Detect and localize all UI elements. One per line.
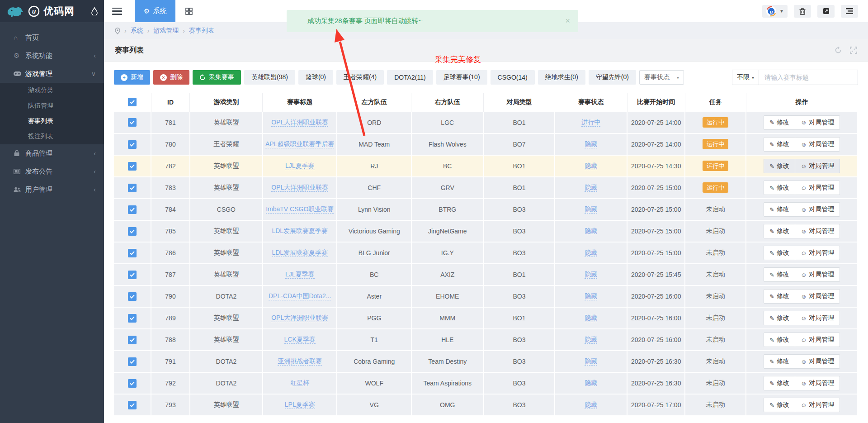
event-status-link[interactable]: 隐藏 — [585, 401, 597, 409]
select-all-checkbox[interactable] — [128, 98, 137, 106]
event-title-link[interactable]: LDL发展联赛夏季赛 — [272, 249, 328, 257]
game-filter-chip[interactable]: 守望先锋(0) — [589, 70, 636, 85]
event-status-link[interactable]: 隐藏 — [585, 184, 597, 192]
row-checkbox[interactable] — [128, 162, 137, 171]
row-checkbox[interactable] — [128, 336, 137, 344]
search-scope-select[interactable]: 不限 ▾ — [732, 70, 759, 85]
event-status-link[interactable]: 隐藏 — [585, 140, 597, 148]
edit-button[interactable]: ✎修改 — [764, 311, 795, 325]
event-status-select[interactable]: 赛事状态 ▾ — [639, 70, 684, 85]
match-manage-button[interactable]: ☺对局管理 — [795, 224, 840, 238]
sidebar-item-system-functions[interactable]: ⚙ 系统功能 ‹ — [0, 47, 104, 65]
event-title-link[interactable]: ImbaTV CSGO职业联赛 — [266, 205, 334, 214]
event-title-link[interactable]: LJL夏季赛 — [285, 162, 315, 170]
row-checkbox[interactable] — [128, 379, 137, 388]
hamburger-menu-icon[interactable] — [112, 8, 122, 15]
match-manage-button[interactable]: ☺对局管理 — [795, 246, 840, 260]
breadcrumb-event-list[interactable]: 赛事列表 — [189, 27, 214, 35]
event-title-link[interactable]: LPL夏季赛 — [285, 401, 315, 409]
event-status-link[interactable]: 隐藏 — [585, 162, 597, 170]
match-manage-button[interactable]: ☺对局管理 — [795, 376, 840, 390]
game-filter-chip[interactable]: DOTA2(11) — [387, 70, 433, 85]
breadcrumb-game-management[interactable]: 游戏管理 — [153, 27, 179, 35]
sidebar-item-announcements[interactable]: 发布公告 ‹ — [0, 162, 104, 181]
game-filter-chip[interactable]: 足球赛事(10) — [436, 70, 487, 85]
sidebar-item-event-list[interactable]: 赛事列表 — [0, 114, 104, 129]
match-manage-button[interactable]: ☺对局管理 — [795, 311, 840, 325]
event-status-link[interactable]: 隐藏 — [585, 314, 597, 322]
event-status-link[interactable]: 隐藏 — [585, 271, 597, 279]
row-checkbox[interactable] — [128, 401, 137, 409]
edit-button[interactable]: ✎修改 — [764, 268, 795, 281]
match-manage-button[interactable]: ☺对局管理 — [795, 268, 840, 281]
event-title-link[interactable]: APL超级职业联赛季后赛 — [265, 140, 334, 148]
match-manage-button[interactable]: ☺对局管理 — [795, 116, 840, 129]
sidebar-item-user-management[interactable]: 用户管理 ‹ — [0, 181, 104, 199]
edit-button[interactable]: ✎修改 — [764, 398, 795, 412]
edit-button[interactable]: ✎修改 — [764, 181, 795, 195]
match-manage-button[interactable]: ☺对局管理 — [795, 159, 840, 173]
row-checkbox[interactable] — [128, 140, 137, 149]
row-checkbox[interactable] — [128, 249, 137, 257]
match-manage-button[interactable]: ☺对局管理 — [795, 203, 840, 216]
open-external-button[interactable] — [817, 5, 835, 18]
event-title-link[interactable]: OPL大洋洲职业联赛 — [271, 184, 328, 192]
sidebar-item-game-categories[interactable]: 游戏分类 — [0, 83, 104, 98]
fullscreen-icon[interactable] — [850, 47, 857, 54]
event-status-link[interactable]: 隐藏 — [585, 357, 597, 366]
sidebar-item-goods-management[interactable]: 商品管理 ‹ — [0, 144, 104, 162]
sidebar-item-bet-list[interactable]: 投注列表 — [0, 129, 104, 144]
event-title-link[interactable]: 亚洲挑战者联赛 — [278, 357, 322, 366]
edit-button[interactable]: ✎修改 — [764, 159, 795, 173]
event-status-link[interactable]: 进行中 — [581, 119, 600, 127]
refresh-icon[interactable] — [835, 47, 842, 54]
event-title-link[interactable]: LJL夏季赛 — [285, 271, 315, 279]
search-input[interactable] — [759, 70, 858, 85]
match-manage-button[interactable]: ☺对局管理 — [795, 355, 840, 368]
layout-list-button[interactable] — [841, 5, 858, 18]
event-title-link[interactable]: OPL大洋洲职业联赛 — [271, 314, 328, 322]
user-avatar-menu[interactable]: u ▼ — [762, 5, 788, 18]
clear-cache-button[interactable] — [794, 5, 811, 18]
game-filter-chip[interactable]: 绝地求生(0) — [538, 70, 585, 85]
match-manage-button[interactable]: ☺对局管理 — [795, 333, 840, 347]
event-status-link[interactable]: 隐藏 — [585, 379, 597, 387]
row-checkbox[interactable] — [128, 118, 137, 127]
row-checkbox[interactable] — [128, 205, 137, 214]
sidebar-item-game-management[interactable]: 游戏管理 ∨ — [0, 65, 104, 83]
event-status-link[interactable]: 隐藏 — [585, 227, 597, 235]
game-filter-chip[interactable]: 英雄联盟(98) — [244, 70, 295, 85]
edit-button[interactable]: ✎修改 — [764, 116, 795, 129]
edit-button[interactable]: ✎修改 — [764, 290, 795, 303]
sidebar-item-home[interactable]: ⌂ 首页 — [0, 29, 104, 47]
match-manage-button[interactable]: ☺对局管理 — [795, 138, 840, 151]
game-filter-chip[interactable]: 篮球(0) — [298, 70, 333, 85]
tab-system[interactable]: ⚙ 系统 — [135, 0, 175, 22]
breadcrumb-system[interactable]: 系统 — [131, 27, 143, 35]
event-title-link[interactable]: DPL-CDA中国Dota2... — [269, 292, 331, 300]
match-manage-button[interactable]: ☺对局管理 — [795, 181, 840, 195]
event-status-link[interactable]: 隐藏 — [585, 292, 597, 300]
match-manage-button[interactable]: ☺对局管理 — [795, 398, 840, 412]
sidebar-item-team-management[interactable]: 队伍管理 — [0, 98, 104, 114]
event-title-link[interactable]: 红星杯 — [290, 379, 309, 387]
match-manage-button[interactable]: ☺对局管理 — [795, 290, 840, 303]
row-checkbox[interactable] — [128, 357, 137, 366]
event-title-link[interactable]: OPL大洋洲职业联赛 — [271, 119, 328, 127]
grid-apps-icon[interactable] — [185, 8, 193, 15]
row-checkbox[interactable] — [128, 271, 137, 279]
edit-button[interactable]: ✎修改 — [764, 224, 795, 238]
edit-button[interactable]: ✎修改 — [764, 246, 795, 260]
event-title-link[interactable]: LDL发展联赛夏季赛 — [272, 227, 328, 235]
row-checkbox[interactable] — [128, 227, 137, 236]
game-filter-chip[interactable]: CSGO(14) — [491, 70, 535, 85]
close-icon[interactable]: × — [565, 16, 570, 26]
collect-events-button[interactable]: 采集赛事 — [193, 70, 241, 85]
event-status-link[interactable]: 隐藏 — [585, 249, 597, 257]
row-checkbox[interactable] — [128, 292, 137, 301]
edit-button[interactable]: ✎修改 — [764, 376, 795, 390]
row-checkbox[interactable] — [128, 184, 137, 192]
add-button[interactable]: + 新增 — [114, 70, 150, 85]
edit-button[interactable]: ✎修改 — [764, 203, 795, 216]
edit-button[interactable]: ✎修改 — [764, 138, 795, 151]
